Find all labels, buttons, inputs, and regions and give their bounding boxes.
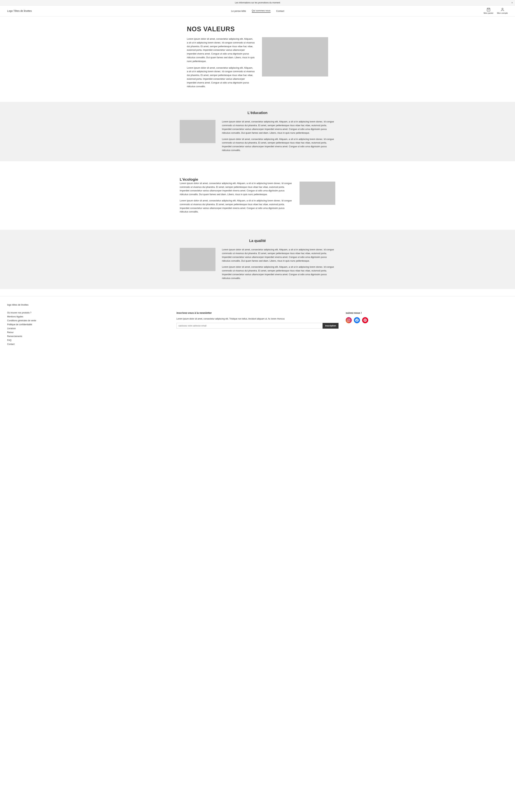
qualite-inner: La qualité Lorem ipsum dolor sit amet, c… — [180, 239, 335, 280]
footer-link-0[interactable]: Où trouver nos produits ? — [7, 312, 169, 314]
education-title: L'éducation — [180, 111, 335, 115]
footer-columns: Où trouver nos produits ? Mentions légal… — [7, 312, 508, 347]
nos-valeurs-paragraph-1: Lorem ipsum dolor sit amet, consectetur … — [187, 37, 255, 63]
qualite-text: Lorem ipsum dolor sit amet, consectetur … — [222, 248, 335, 280]
footer: logo têtes de linottes Où trouver nos pr… — [0, 296, 515, 352]
pinterest-icon — [363, 319, 367, 322]
education-text: Lorem ipsum dolor sit amet, consectetur … — [222, 120, 335, 152]
svg-point-1 — [502, 8, 503, 9]
footer-newsletter-col: inscrivez-vous à la newsletter Lorem ips… — [177, 312, 339, 329]
cart-button[interactable]: Mon panier — [484, 8, 493, 14]
cart-icon — [487, 8, 490, 11]
logo: Logo Têtes de linottes — [7, 9, 32, 12]
facebook-icon — [355, 319, 358, 322]
ecologie-content: Lorem ipsum dolor sit amet, consectetur … — [180, 181, 335, 214]
newsletter-title: inscrivez-vous à la newsletter — [177, 312, 339, 314]
instagram-icon — [347, 319, 350, 322]
nav-item-qui-sommes-nous[interactable]: Qui sommes nous — [252, 9, 271, 13]
account-icon — [500, 8, 505, 11]
newsletter-form: inscription — [177, 323, 339, 329]
footer-social-col: suivez-nous ! — [346, 312, 508, 323]
announcement-close-button[interactable]: × — [511, 1, 513, 4]
account-button[interactable]: Mon compte — [497, 8, 508, 14]
nos-valeurs-text: Lorem ipsum dolor sit amet, consectetur … — [187, 37, 255, 91]
ecologie-paragraph-2: Lorem ipsum dolor sit amet, consectetur … — [180, 199, 293, 214]
qualite-paragraph-1: Lorem ipsum dolor sit amet, consectetur … — [222, 248, 335, 263]
footer-link-1[interactable]: Mentions légales — [7, 315, 169, 318]
education-section: L'éducation Lorem ipsum dolor sit amet, … — [0, 102, 515, 161]
ecologie-text: Lorem ipsum dolor sit amet, consectetur … — [180, 181, 293, 214]
ecologie-inner: L'écologie Lorem ipsum dolor sit amet, c… — [180, 177, 335, 214]
footer-link-7[interactable]: FAQ — [7, 339, 169, 342]
qualite-title: La qualité — [180, 239, 335, 243]
footer-link-8[interactable]: Contact — [7, 343, 169, 345]
social-title: suivez-nous ! — [346, 312, 508, 314]
ecologie-image — [300, 181, 335, 205]
footer-link-5[interactable]: Retour — [7, 331, 169, 334]
facebook-icon-button[interactable] — [354, 317, 360, 323]
education-paragraph-2: Lorem ipsum dolor sit amet, consectetur … — [222, 138, 335, 152]
spacer-2 — [0, 223, 515, 230]
spacer-1 — [0, 161, 515, 168]
qualite-paragraph-2: Lorem ipsum dolor sit amet, consectetur … — [222, 265, 335, 280]
header: Logo Têtes de linottes Le pense-bête Qui… — [0, 5, 515, 17]
account-label: Mon compte — [497, 12, 508, 14]
cart-label: Mon panier — [484, 12, 493, 14]
education-image — [180, 120, 215, 143]
nos-valeurs-title: NOS VALEURS — [187, 25, 328, 33]
footer-link-6[interactable]: Remerciements — [7, 335, 169, 338]
footer-links-col: Où trouver nos produits ? Mentions légal… — [7, 312, 169, 347]
nav-item-pense-bete[interactable]: Le pense-bête — [231, 10, 246, 12]
announcement-text: Les informations sur les promotions du m… — [235, 1, 280, 4]
footer-link-4[interactable]: Livraison — [7, 327, 169, 330]
education-content: Lorem ipsum dolor sit amet, consectetur … — [180, 120, 335, 152]
main-nav: Le pense-bête Qui sommes nous Contact — [231, 9, 284, 13]
announcement-bar: Les informations sur les promotions du m… — [0, 0, 515, 5]
nos-valeurs-content: Lorem ipsum dolor sit amet, consectetur … — [187, 37, 328, 91]
footer-logo: logo têtes de linottes — [7, 303, 508, 306]
social-icons — [346, 317, 508, 323]
qualite-section: La qualité Lorem ipsum dolor sit amet, c… — [0, 230, 515, 289]
newsletter-email-input[interactable] — [177, 323, 323, 329]
footer-link-3[interactable]: Politique de confidentialité — [7, 323, 169, 326]
nav-item-contact[interactable]: Contact — [276, 10, 284, 12]
qualite-content: Lorem ipsum dolor sit amet, consectetur … — [180, 248, 335, 280]
footer-links-list: Où trouver nos produits ? Mentions légal… — [7, 312, 169, 345]
ecologie-title: L'écologie — [180, 177, 335, 181]
ecologie-paragraph-1: Lorem ipsum dolor sit amet, consectetur … — [180, 181, 293, 196]
header-actions: Mon panier Mon compte — [484, 8, 508, 14]
nos-valeurs-section: NOS VALEURS Lorem ipsum dolor sit amet, … — [180, 17, 335, 102]
ecologie-section: L'écologie Lorem ipsum dolor sit amet, c… — [0, 168, 515, 223]
education-paragraph-1: Lorem ipsum dolor sit amet, consectetur … — [222, 120, 335, 135]
newsletter-desc: Lorem ipsum dolor sit amet, consectetur … — [177, 317, 339, 320]
nos-valeurs-image — [262, 37, 328, 77]
spacer-3 — [0, 289, 515, 296]
instagram-icon-button[interactable] — [346, 317, 352, 323]
nos-valeurs-paragraph-2: Lorem ipsum dolor sit amet, consectetur … — [187, 66, 255, 88]
footer-link-2[interactable]: Conditions générales de vente — [7, 319, 169, 322]
newsletter-submit-button[interactable]: inscription — [323, 323, 338, 329]
education-inner: L'éducation Lorem ipsum dolor sit amet, … — [180, 111, 335, 152]
pinterest-icon-button[interactable] — [362, 317, 368, 323]
qualite-image — [180, 248, 215, 271]
